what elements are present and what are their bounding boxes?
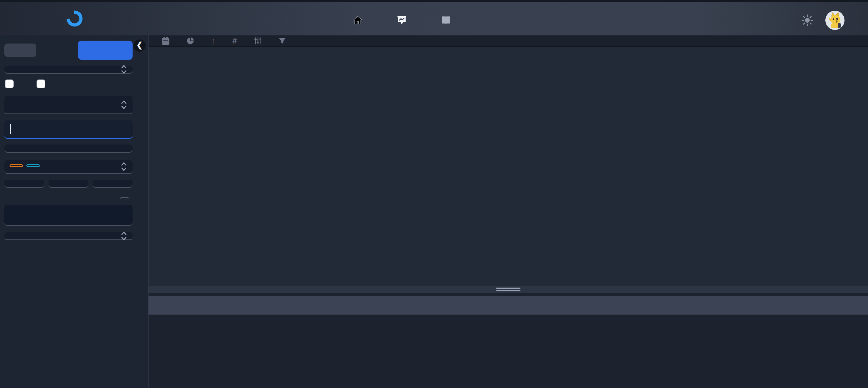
brand bbox=[66, 9, 91, 28]
home-icon bbox=[353, 16, 363, 25]
ipv6-prefix-input[interactable] bbox=[49, 180, 89, 188]
summary-dimensions bbox=[254, 37, 266, 45]
summary-unit: # bbox=[232, 36, 241, 46]
results-table bbox=[149, 296, 868, 388]
summary-limit: ↑ bbox=[211, 36, 219, 46]
splitter-handle bbox=[496, 290, 521, 291]
chevron-updown-icon bbox=[120, 161, 127, 172]
splitter-handle bbox=[496, 288, 521, 289]
start-time-input[interactable] bbox=[4, 120, 132, 139]
funnel-icon bbox=[279, 37, 286, 45]
presets-value bbox=[9, 99, 127, 110]
unit-outpercent[interactable] bbox=[24, 43, 30, 57]
chart-table-splitter[interactable] bbox=[149, 286, 868, 293]
limit-input[interactable] bbox=[93, 180, 132, 188]
nav-item-documentation[interactable] bbox=[441, 16, 455, 25]
unit-toggle-group bbox=[4, 43, 36, 57]
unit-l3bps[interactable] bbox=[4, 43, 11, 57]
nav-item-home[interactable] bbox=[353, 16, 367, 25]
unit-inpercent[interactable] bbox=[17, 43, 24, 57]
nav-item-visualize[interactable] bbox=[397, 16, 411, 25]
options-sidebar bbox=[0, 35, 149, 388]
pie-chart-icon bbox=[187, 37, 194, 45]
chevron-updown-icon bbox=[120, 99, 127, 110]
chevron-updown-icon bbox=[120, 64, 127, 74]
ipv4-prefix-input[interactable] bbox=[4, 180, 44, 188]
saved-filters-select[interactable] bbox=[4, 232, 132, 240]
akvorado-logo-icon bbox=[66, 9, 84, 28]
user-avatar[interactable] bbox=[825, 10, 845, 30]
graph-type-select[interactable] bbox=[4, 66, 132, 74]
end-time-input[interactable] bbox=[4, 145, 132, 153]
previous-period-checkbox-group[interactable] bbox=[36, 80, 50, 88]
query-summary-bar: ↑ # bbox=[149, 35, 868, 47]
calendar-icon bbox=[162, 37, 169, 45]
dimensions-multiselect[interactable] bbox=[4, 160, 132, 174]
start-value bbox=[9, 124, 127, 135]
main-nav bbox=[353, 3, 455, 37]
sidebar-collapse-button[interactable]: ❮ bbox=[133, 39, 146, 52]
book-icon bbox=[441, 16, 451, 25]
top-navbar bbox=[0, 0, 868, 35]
bidirectional-checkbox[interactable] bbox=[5, 80, 13, 88]
bidirectional-checkbox-group[interactable] bbox=[5, 80, 18, 88]
theme-toggle-sun-icon[interactable] bbox=[801, 14, 813, 26]
unit-pps[interactable] bbox=[30, 43, 36, 57]
arrow-up-icon: ↑ bbox=[211, 36, 215, 46]
unit-l2bps[interactable] bbox=[11, 43, 17, 57]
filter-expression-editor[interactable] bbox=[4, 205, 132, 226]
presets-select[interactable] bbox=[4, 96, 132, 114]
traffic-chart[interactable] bbox=[149, 47, 868, 286]
previous-period-checkbox[interactable] bbox=[36, 80, 45, 88]
chevron-updown-icon bbox=[120, 231, 127, 241]
dimension-chip-dstaddr[interactable] bbox=[26, 164, 40, 167]
hash-icon: # bbox=[232, 36, 237, 46]
summary-filter bbox=[279, 37, 289, 45]
dimension-chip-srcaddr[interactable] bbox=[9, 164, 23, 167]
visualize-icon bbox=[397, 16, 407, 25]
sliders-icon bbox=[254, 37, 262, 45]
refresh-button[interactable] bbox=[78, 41, 132, 60]
summary-date-range bbox=[162, 37, 173, 45]
table-header-row bbox=[149, 296, 868, 315]
summary-graph-type bbox=[187, 37, 198, 45]
ctrl-enter-kbd bbox=[120, 197, 128, 199]
text-caret bbox=[10, 124, 11, 134]
